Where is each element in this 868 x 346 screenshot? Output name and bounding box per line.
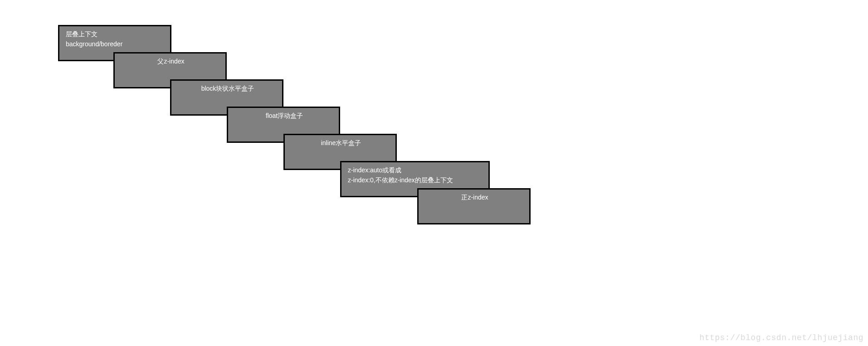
layer-label-line2: background/boreder bbox=[66, 39, 166, 49]
layer-label: float浮动盒子 bbox=[234, 111, 334, 121]
watermark-text: https://blog.csdn.net/lhjuejiang bbox=[699, 333, 863, 342]
layer-label: block块状水平盒子 bbox=[178, 83, 278, 93]
diagram-canvas: 层叠上下文 background/boreder 父z-index block块… bbox=[0, 0, 868, 346]
layer-label: 正z-index bbox=[425, 192, 525, 202]
layer-label-line1: z-index:auto或看成 bbox=[348, 165, 484, 175]
layer-box-positive-zindex: 正z-index bbox=[417, 188, 531, 224]
layer-label-line1: 层叠上下文 bbox=[66, 29, 166, 39]
layer-label: 父z-index bbox=[121, 56, 221, 66]
layer-label-line2: z-index:0,不依赖z-index的层叠上下文 bbox=[348, 175, 484, 185]
layer-label: inline水平盒子 bbox=[291, 138, 391, 148]
